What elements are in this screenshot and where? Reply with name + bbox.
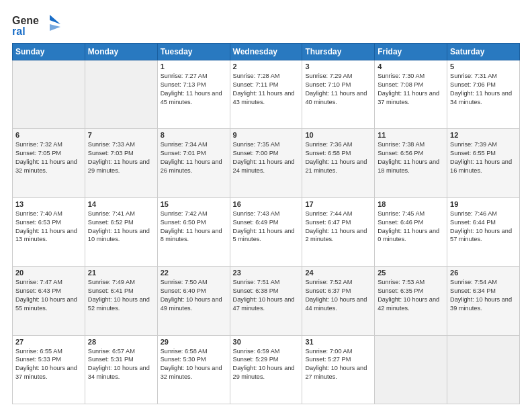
daylight-text: Daylight: 11 hours and 34 minutes.	[450, 90, 512, 105]
svg-text:ral: ral	[12, 26, 26, 37]
sunset-text: Sunset: 6:44 PM	[450, 219, 496, 226]
sunset-text: Sunset: 7:00 PM	[233, 150, 279, 156]
day-number: 11	[378, 131, 444, 139]
day-info: Sunrise: 7:42 AMSunset: 6:50 PMDaylight:…	[161, 210, 227, 244]
day-info: Sunrise: 7:51 AMSunset: 6:38 PMDaylight:…	[233, 278, 300, 313]
day-info: Sunrise: 7:32 AMSunset: 7:05 PMDaylight:…	[15, 140, 82, 175]
calendar-week-4: 20Sunrise: 7:47 AMSunset: 6:43 PMDayligh…	[13, 267, 520, 335]
day-number: 20	[15, 269, 82, 277]
sunrise-text: Sunrise: 6:55 AM	[15, 348, 62, 355]
sunrise-text: Sunrise: 7:00 AM	[305, 348, 352, 355]
svg-text:Gene: Gene	[12, 15, 39, 26]
daylight-text: Daylight: 11 hours and 37 minutes.	[378, 90, 439, 105]
sunrise-text: Sunrise: 6:58 AM	[161, 348, 208, 355]
day-info: Sunrise: 7:31 AMSunset: 7:06 PMDaylight:…	[450, 72, 517, 107]
sunset-text: Sunset: 6:49 PM	[233, 219, 279, 226]
daylight-text: Daylight: 10 hours and 52 minutes.	[88, 296, 150, 312]
calendar-day-18: 18Sunrise: 7:45 AMSunset: 6:46 PMDayligh…	[375, 197, 447, 266]
calendar-day-6: 6Sunrise: 7:32 AMSunset: 7:05 PMDaylight…	[13, 129, 85, 197]
calendar-day-23: 23Sunrise: 7:51 AMSunset: 6:38 PMDayligh…	[230, 267, 302, 335]
calendar-page: Gene ral SundayMondayTuesdayWednesdayThu…	[0, 0, 532, 411]
day-info: Sunrise: 7:35 AMSunset: 7:00 PMDaylight:…	[233, 140, 300, 175]
day-number: 30	[233, 338, 300, 346]
day-number: 14	[88, 200, 154, 208]
sunset-text: Sunset: 7:10 PM	[305, 81, 351, 88]
calendar-day-13: 13Sunrise: 7:40 AMSunset: 6:53 PMDayligh…	[13, 197, 85, 266]
daylight-text: Daylight: 10 hours and 32 minutes.	[161, 365, 222, 380]
day-info: Sunrise: 7:53 AMSunset: 6:35 PMDaylight:…	[378, 278, 444, 313]
calendar-day-8: 8Sunrise: 7:34 AMSunset: 7:01 PMDaylight…	[157, 129, 230, 197]
weekday-header-row: SundayMondayTuesdayWednesdayThursdayFrid…	[13, 44, 520, 60]
day-number: 16	[233, 200, 300, 208]
sunset-text: Sunset: 5:27 PM	[305, 356, 351, 363]
daylight-text: Daylight: 11 hours and 40 minutes.	[305, 90, 367, 105]
day-info: Sunrise: 6:57 AMSunset: 5:31 PMDaylight:…	[88, 347, 154, 382]
sunrise-text: Sunrise: 7:44 AM	[305, 210, 352, 217]
day-number: 21	[88, 269, 154, 277]
calendar-day-24: 24Sunrise: 7:52 AMSunset: 6:37 PMDayligh…	[302, 267, 375, 335]
sunset-text: Sunset: 7:05 PM	[15, 150, 61, 156]
sunrise-text: Sunrise: 7:52 AM	[305, 279, 352, 285]
sunset-text: Sunset: 6:37 PM	[305, 287, 351, 294]
calendar-day-19: 19Sunrise: 7:46 AMSunset: 6:44 PMDayligh…	[447, 197, 520, 266]
sunset-text: Sunset: 6:53 PM	[15, 219, 61, 226]
calendar-day-empty	[447, 335, 520, 404]
day-number: 13	[15, 200, 82, 208]
weekday-header-friday: Friday	[375, 44, 447, 60]
sunrise-text: Sunrise: 7:46 AM	[450, 210, 497, 217]
svg-marker-2	[50, 15, 60, 24]
day-info: Sunrise: 7:47 AMSunset: 6:43 PMDaylight:…	[15, 278, 82, 313]
sunset-text: Sunset: 7:08 PM	[378, 81, 423, 88]
sunrise-text: Sunrise: 7:32 AM	[15, 141, 62, 148]
weekday-header-monday: Monday	[85, 44, 157, 60]
calendar-week-5: 27Sunrise: 6:55 AMSunset: 5:33 PMDayligh…	[13, 335, 520, 404]
day-number: 26	[450, 269, 517, 277]
sunrise-text: Sunrise: 7:47 AM	[15, 279, 62, 285]
daylight-text: Daylight: 11 hours and 16 minutes.	[450, 158, 512, 174]
weekday-header-sunday: Sunday	[13, 44, 85, 60]
calendar-day-12: 12Sunrise: 7:39 AMSunset: 6:55 PMDayligh…	[447, 129, 520, 197]
day-info: Sunrise: 7:41 AMSunset: 6:52 PMDaylight:…	[88, 210, 154, 244]
day-number: 9	[233, 131, 300, 139]
day-number: 8	[161, 131, 227, 139]
sunrise-text: Sunrise: 7:39 AM	[450, 141, 497, 148]
calendar-day-empty	[375, 335, 447, 404]
calendar-header: SundayMondayTuesdayWednesdayThursdayFrid…	[13, 44, 520, 60]
daylight-text: Daylight: 10 hours and 57 minutes.	[450, 228, 512, 243]
day-info: Sunrise: 7:50 AMSunset: 6:40 PMDaylight:…	[161, 278, 227, 313]
daylight-text: Daylight: 11 hours and 43 minutes.	[233, 90, 295, 105]
day-number: 2	[233, 62, 300, 71]
day-info: Sunrise: 7:28 AMSunset: 7:11 PMDaylight:…	[233, 72, 300, 107]
sunrise-text: Sunrise: 7:27 AM	[161, 73, 208, 79]
day-info: Sunrise: 7:54 AMSunset: 6:34 PMDaylight:…	[450, 278, 517, 313]
daylight-text: Daylight: 11 hours and 26 minutes.	[161, 158, 222, 174]
calendar-day-16: 16Sunrise: 7:43 AMSunset: 6:49 PMDayligh…	[230, 197, 302, 266]
sunrise-text: Sunrise: 7:38 AM	[378, 141, 425, 148]
sunset-text: Sunset: 6:46 PM	[378, 219, 423, 226]
weekday-header-tuesday: Tuesday	[157, 44, 230, 60]
day-number: 5	[450, 62, 517, 71]
calendar-day-20: 20Sunrise: 7:47 AMSunset: 6:43 PMDayligh…	[13, 267, 85, 335]
daylight-text: Daylight: 11 hours and 2 minutes.	[305, 228, 367, 243]
day-info: Sunrise: 7:30 AMSunset: 7:08 PMDaylight:…	[378, 72, 444, 107]
day-number: 23	[233, 269, 300, 277]
day-info: Sunrise: 7:46 AMSunset: 6:44 PMDaylight:…	[450, 210, 517, 244]
header: Gene ral	[12, 12, 520, 38]
calendar-week-2: 6Sunrise: 7:32 AMSunset: 7:05 PMDaylight…	[13, 129, 520, 197]
daylight-text: Daylight: 10 hours and 34 minutes.	[88, 365, 150, 380]
sunset-text: Sunset: 5:29 PM	[233, 356, 279, 363]
calendar-day-15: 15Sunrise: 7:42 AMSunset: 6:50 PMDayligh…	[157, 197, 230, 266]
sunset-text: Sunset: 5:30 PM	[161, 356, 206, 363]
day-info: Sunrise: 7:27 AMSunset: 7:13 PMDaylight:…	[161, 72, 227, 107]
sunrise-text: Sunrise: 7:49 AM	[88, 279, 135, 285]
daylight-text: Daylight: 10 hours and 55 minutes.	[15, 296, 77, 312]
daylight-text: Daylight: 11 hours and 5 minutes.	[233, 228, 295, 243]
sunrise-text: Sunrise: 7:34 AM	[161, 141, 208, 148]
sunset-text: Sunset: 6:43 PM	[15, 287, 61, 294]
weekday-header-thursday: Thursday	[302, 44, 375, 60]
sunset-text: Sunset: 6:55 PM	[450, 150, 496, 156]
weekday-header-saturday: Saturday	[447, 44, 520, 60]
sunrise-text: Sunrise: 7:42 AM	[161, 210, 208, 217]
daylight-text: Daylight: 10 hours and 27 minutes.	[305, 365, 367, 380]
day-info: Sunrise: 6:59 AMSunset: 5:29 PMDaylight:…	[233, 347, 300, 382]
